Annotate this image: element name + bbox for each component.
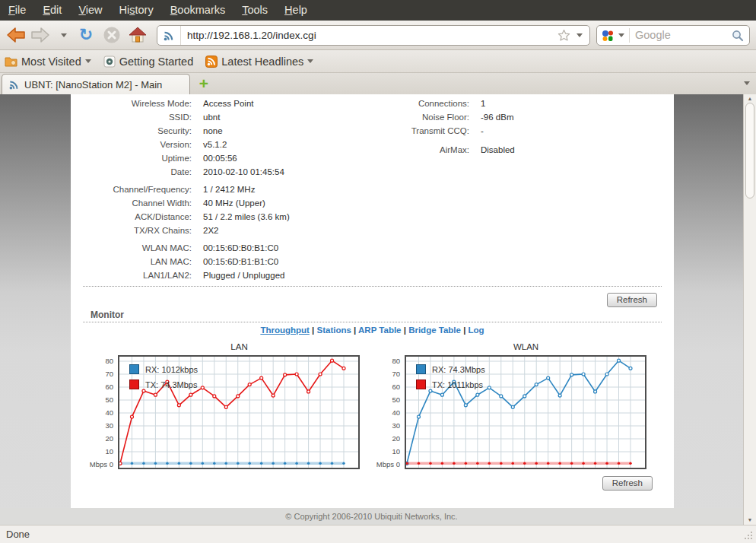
scroll-down-icon[interactable]: ▼: [744, 516, 756, 525]
url-input[interactable]: http://192.168.1.20/index.cgi: [181, 30, 557, 41]
page-viewport: Wireless Mode:Access PointSSID:ubntSecur…: [0, 94, 756, 525]
home-button[interactable]: [126, 24, 149, 46]
menu-tools[interactable]: Tools: [233, 0, 276, 21]
chart-plot-area: RX: 1012kbpsTX: 74.3Mbps: [118, 355, 360, 469]
status-value: v5.1.2: [203, 138, 227, 151]
status-row: Connections:1: [360, 97, 515, 110]
status-row: LAN1/LAN2:Plugged / Unplugged: [71, 268, 674, 282]
home-icon: [128, 26, 148, 44]
monitor-link-log[interactable]: Log: [469, 325, 484, 335]
y-tick-label: 20: [392, 435, 400, 443]
new-tab-button[interactable]: +: [195, 75, 212, 92]
y-tick-label: 60: [392, 383, 400, 391]
status-label: WLAN MAC:: [71, 241, 192, 255]
status-value: 2010-02-10 01:45:54: [203, 165, 284, 179]
tab-title: UBNT: [NanoStation M2] - Main: [24, 79, 162, 90]
tab-bar: UBNT: [NanoStation M2] - Main +: [0, 73, 756, 94]
status-value: Plugged / Unplugged: [203, 268, 284, 282]
search-engine-dropdown[interactable]: [618, 33, 624, 37]
menu-bar: FileEditViewHistoryBookmarksToolsHelp: [0, 0, 756, 21]
bookmark-label: Getting Started: [119, 56, 194, 68]
legend-label: TX: 1011kbps: [432, 380, 483, 389]
back-forward-dropdown[interactable]: [61, 33, 67, 37]
bookmark-getting-started[interactable]: Getting Started: [103, 56, 194, 68]
tab-ubnt-main[interactable]: UBNT: [NanoStation M2] - Main: [2, 74, 190, 94]
back-button[interactable]: [5, 24, 27, 46]
stop-button: [100, 24, 123, 46]
status-value: 1 / 2412 MHz: [203, 183, 255, 196]
chart-y-axis: 8070605040302010Mbps 0: [74, 355, 118, 469]
bookmark-latest-headlines[interactable]: Latest Headlines: [205, 56, 313, 68]
monitor-link-bridge-table[interactable]: Bridge Table: [408, 325, 461, 335]
status-label: Security:: [71, 124, 192, 138]
status-label: Uptime:: [71, 151, 192, 165]
y-tick-label: 30: [105, 422, 113, 430]
url-bar[interactable]: http://192.168.1.20/index.cgi: [157, 25, 590, 46]
menu-file[interactable]: File: [0, 0, 34, 21]
menu-edit[interactable]: Edit: [34, 0, 70, 21]
url-history-dropdown[interactable]: [577, 33, 583, 37]
bookmark-star-icon[interactable]: [557, 29, 570, 42]
status-row: Channel/Frequency:1 / 2412 MHz: [71, 183, 674, 196]
y-tick-label: 10: [392, 448, 400, 456]
chart-lan: LAN8070605040302010Mbps 0RX: 1012kbpsTX:…: [74, 342, 361, 469]
chart-wlan: WLAN8070605040302010Mbps 0RX: 74.3MbpsTX…: [361, 342, 647, 469]
y-tick-label: 70: [392, 370, 400, 378]
status-label: LAN MAC:: [71, 255, 192, 268]
menu-bookmarks[interactable]: Bookmarks: [162, 0, 234, 21]
latest-headlines-dropdown[interactable]: [307, 59, 313, 63]
back-arrow-icon: [5, 26, 27, 44]
status-refresh-button[interactable]: Refresh: [607, 293, 657, 307]
monitor-link-throughput[interactable]: Throughput: [260, 325, 310, 335]
scrollbar-thumb[interactable]: [745, 103, 754, 198]
search-bar[interactable]: Google: [596, 25, 750, 46]
search-magnifier-icon[interactable]: [732, 30, 744, 42]
menu-view[interactable]: View: [70, 0, 110, 21]
status-label: SSID:: [71, 110, 192, 124]
bookmarks-toolbar: Most Visited Getting Started Latest Head…: [0, 50, 756, 73]
monitor-heading: Monitor: [91, 310, 674, 320]
chart-y-axis: 8070605040302010Mbps 0: [361, 355, 405, 469]
reload-icon: ↻: [79, 27, 93, 43]
status-value: 51 / 2.2 miles (3.6 km): [203, 210, 290, 224]
resize-grip[interactable]: [745, 532, 752, 539]
rss-icon: [205, 56, 218, 68]
forward-button[interactable]: [29, 24, 52, 46]
y-tick-label: 40: [392, 409, 400, 417]
most-visited-dropdown[interactable]: [85, 59, 91, 63]
search-input[interactable]: Google: [629, 28, 732, 43]
status-label: LAN1/LAN2:: [71, 268, 192, 282]
list-all-tabs-dropdown[interactable]: [744, 81, 750, 85]
y-tick-label: 10: [105, 448, 113, 456]
y-tick-label: 70: [105, 370, 113, 378]
status-value: -96 dBm: [481, 110, 513, 124]
legend-row-rx: RX: 74.3Mbps: [416, 364, 485, 375]
y-tick-label: 80: [392, 357, 400, 365]
legend-label: RX: 74.3Mbps: [432, 365, 485, 374]
status-value: Access Point: [203, 97, 253, 110]
monitor-link-arp-table[interactable]: ARP Table: [358, 325, 401, 335]
status-label: TX/RX Chains:: [71, 224, 192, 237]
status-label: AirMax:: [360, 143, 469, 157]
copyright-footer: © Copyright 2006-2010 Ubiquiti Networks,…: [0, 508, 743, 525]
menu-help[interactable]: Help: [276, 0, 316, 21]
monitor-refresh-button[interactable]: Refresh: [602, 476, 653, 491]
y-tick-label: 30: [392, 422, 400, 430]
status-label: Noise Floor:: [360, 110, 469, 124]
y-axis-unit-label: Mbps 0: [90, 461, 113, 468]
reload-button[interactable]: ↻: [75, 24, 97, 46]
status-value: 1: [481, 97, 485, 110]
bookmark-most-visited[interactable]: Most Visited: [5, 56, 91, 68]
stop-icon: [103, 26, 121, 44]
vertical-scrollbar[interactable]: ▲ ▼: [743, 94, 756, 525]
y-tick-label: 50: [105, 396, 113, 404]
legend-swatch-icon: [129, 364, 139, 374]
status-label: Wireless Mode:: [71, 97, 192, 110]
navigation-toolbar: ↻ http://192.168.1.20/inde: [0, 21, 756, 50]
monitor-link-stations[interactable]: Stations: [317, 325, 351, 335]
status-value: -: [481, 124, 484, 138]
status-value: none: [203, 124, 223, 138]
menu-history[interactable]: History: [111, 0, 162, 21]
tab-favicon-icon: [8, 79, 20, 90]
link-separator: |: [402, 325, 409, 335]
